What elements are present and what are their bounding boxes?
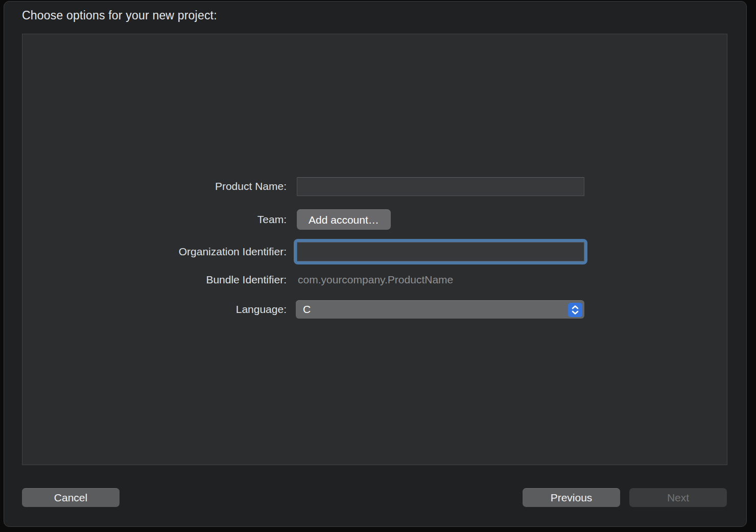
chevron-up-down-icon	[568, 303, 582, 317]
bundle-identifier-value: com.yourcompany.ProductName	[298, 274, 453, 286]
team-row: Team: Add account…	[22, 209, 727, 230]
language-label: Language:	[22, 303, 287, 316]
dialog-title: Choose options for your new project:	[22, 9, 217, 22]
organization-identifier-label: Organization Identifier:	[22, 246, 287, 258]
focus-ring	[294, 239, 587, 264]
organization-identifier-input[interactable]	[297, 242, 584, 261]
cancel-button[interactable]: Cancel	[22, 488, 120, 507]
language-row: Language: C	[22, 300, 727, 319]
new-project-options-dialog: Choose options for your new project: Pro…	[4, 1, 747, 527]
product-name-row: Product Name:	[22, 177, 727, 196]
bundle-identifier-row: Bundle Identifier: com.yourcompany.Produ…	[22, 272, 727, 287]
organization-identifier-row: Organization Identifier:	[22, 239, 727, 264]
language-selected-value: C	[296, 303, 311, 316]
product-name-label: Product Name:	[22, 180, 287, 192]
bundle-identifier-label: Bundle Identifier:	[22, 274, 287, 286]
previous-button[interactable]: Previous	[523, 488, 620, 507]
language-popup-button[interactable]: C	[296, 300, 584, 319]
product-name-input[interactable]	[297, 177, 584, 196]
add-account-button[interactable]: Add account…	[297, 209, 391, 230]
team-label: Team:	[22, 213, 287, 226]
next-button[interactable]: Next	[629, 488, 727, 507]
